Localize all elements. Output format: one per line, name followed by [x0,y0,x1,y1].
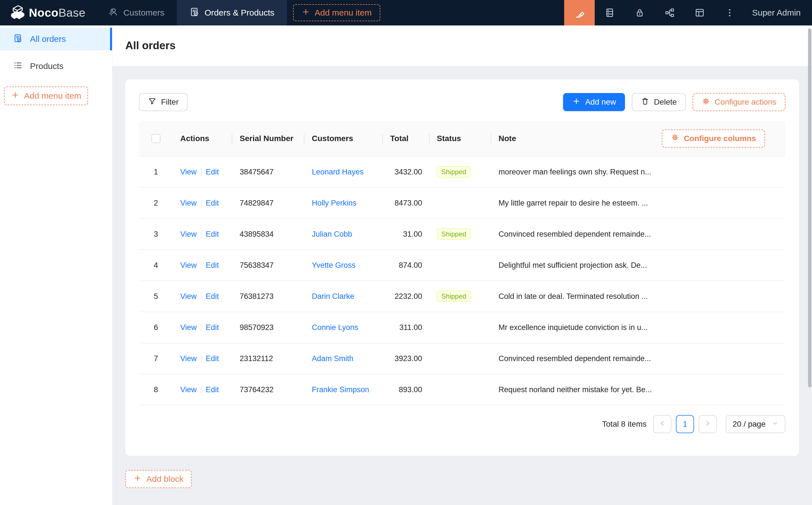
status-badge: Shipped [437,166,471,178]
note-cell: Mr excellence inquietude conviction is i… [499,323,648,332]
row-index: 3 [154,230,158,239]
customer-link[interactable]: Frankie Simpson [312,385,369,394]
orders-table-card: Filter Add new [125,79,799,456]
layout-icon[interactable] [685,0,715,25]
row-index: 6 [154,323,158,332]
chevron-left-icon [659,419,666,429]
more-icon[interactable] [715,0,745,25]
view-link[interactable]: View [180,354,196,363]
tab-customers[interactable]: Customers [96,0,177,25]
customer-link[interactable]: Holly Perkins [312,199,357,207]
lock-icon[interactable] [625,0,655,25]
filter-button[interactable]: Filter [139,93,187,111]
sidebar: All orders Products Add menu item [0,25,112,505]
chevron-right-icon [704,419,711,429]
table-row: 1 View Edit 38475647 Leonard Hayes 3432.… [139,157,785,188]
row-actions: View Edit [173,168,232,176]
collections-icon[interactable] [595,0,625,25]
edit-link[interactable]: Edit [206,323,219,332]
customer-link[interactable]: Julian Cobb [312,230,352,239]
view-link[interactable]: View [180,261,196,270]
column-header-serial-number: Serial Number [240,134,293,143]
customer-link[interactable]: Adam Smith [312,354,354,363]
page-title: All orders [125,40,175,52]
edit-link[interactable]: Edit [206,168,219,176]
edit-link[interactable]: Edit [206,292,219,301]
plus-icon [302,8,310,18]
view-link[interactable]: View [180,230,196,239]
page-size-select[interactable]: 20 / page [726,415,785,433]
delete-button[interactable]: Delete [632,93,686,111]
edit-link[interactable]: Edit [206,199,219,207]
pagination-total: Total 8 items [602,419,647,429]
table-row: 5 View Edit 76381273 Darin Clarke 2232.0… [139,281,785,312]
configure-actions-button[interactable]: Configure actions [693,93,785,111]
column-header-customers: Customers [312,134,353,143]
plus-icon [11,91,19,101]
note-cell: Delightful met sufficient projection ask… [499,261,647,270]
column-header-total: Total [390,134,409,143]
row-actions: View Edit [173,385,232,394]
view-link[interactable]: View [180,292,196,301]
total-cell: 8473.00 [394,199,422,207]
total-cell: 31.00 [403,230,422,239]
pagination-prev-button[interactable] [653,415,671,433]
edit-link[interactable]: Edit [206,261,219,270]
pagination: Total 8 items 1 [139,415,785,433]
view-link[interactable]: View [180,199,196,207]
customer-link[interactable]: Darin Clarke [312,292,354,301]
sidebar-item-all-orders[interactable]: All orders [0,28,112,50]
list-icon [13,60,23,72]
table-row: 4 View Edit 75638347 Yvette Gross 874.00… [139,250,785,281]
configure-columns-button[interactable]: Configure columns [662,130,765,148]
serial-number-cell: 43895834 [240,230,274,239]
navbar-add-menu-item-button[interactable]: Add menu item [293,4,380,21]
pagination-next-button[interactable] [698,415,717,433]
add-new-button[interactable]: Add new [563,93,625,111]
navbar-spacer [380,0,564,25]
table-toolbar: Filter Add new [139,93,785,111]
tab-orders-products-label: Orders & Products [205,8,274,17]
add-block-button[interactable]: Add block [125,470,191,488]
customer-link[interactable]: Connie Lyons [312,323,358,332]
table-body: 1 View Edit 38475647 Leonard Hayes 3432.… [139,157,785,405]
edit-link[interactable]: Edit [206,354,219,363]
edit-link[interactable]: Edit [206,230,219,239]
column-header-status: Status [437,134,461,143]
content-area: Filter Add new [112,66,812,505]
workflow-icon[interactable] [655,0,685,25]
column-header-note: Note [499,134,516,143]
nocobase-logo[interactable]: NocoBase [0,0,96,25]
row-actions: View Edit [173,292,232,301]
row-index: 2 [154,199,158,207]
serial-number-cell: 38475647 [240,168,274,176]
table-row: 6 View Edit 98570923 Connie Lyons 311.00… [139,312,785,343]
action-divider [201,292,201,300]
view-link[interactable]: View [180,168,196,176]
sidebar-item-products[interactable]: Products [0,55,112,77]
sidebar-add-menu-item-button[interactable]: Add menu item [4,87,88,105]
serial-number-cell: 76381273 [240,292,274,301]
view-link[interactable]: View [180,385,196,394]
sidebar-item-label: All orders [30,34,66,44]
total-cell: 3923.00 [394,354,422,363]
serial-number-cell: 75638347 [240,261,274,270]
action-divider [201,199,201,207]
highlighter-pen-icon [573,6,585,19]
user-menu[interactable]: Super Admin [745,0,812,25]
row-actions: View Edit [173,323,232,332]
select-all-checkbox[interactable] [151,134,160,143]
tab-orders-products[interactable]: Orders & Products [177,0,287,25]
ui-editor-button[interactable] [564,0,595,25]
edit-link[interactable]: Edit [206,385,219,394]
action-divider [201,355,201,362]
gear-icon [702,97,710,108]
table-header-row: Actions Serial Number Customers Total St… [139,121,785,157]
note-cell: Cold in late or deal. Terminated resolut… [499,292,648,301]
view-link[interactable]: View [180,323,196,332]
pagination-page-1[interactable]: 1 [676,415,694,433]
customer-link[interactable]: Yvette Gross [312,261,356,270]
customer-link[interactable]: Leonard Hayes [312,168,364,176]
row-index: 1 [154,168,158,176]
vertical-scrollbar[interactable] [808,28,811,387]
